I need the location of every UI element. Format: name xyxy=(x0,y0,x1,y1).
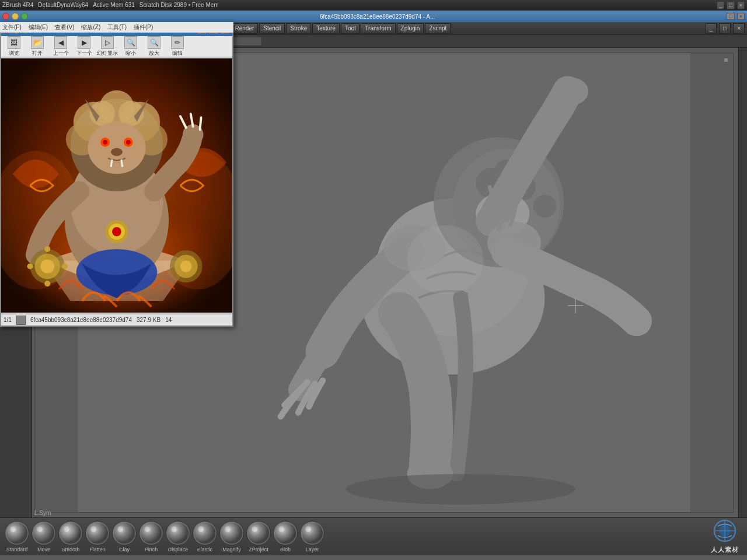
brush-move[interactable]: Move xyxy=(32,521,56,552)
brush-label-flatten: Flatten xyxy=(89,547,106,552)
browse-label: 浏览 xyxy=(9,50,19,57)
zoom-out-icon: 🔍 xyxy=(124,36,137,49)
file-number: 14 xyxy=(165,317,172,323)
brand-name: 人人素材 xyxy=(711,545,739,554)
maximize-btn[interactable]: □ xyxy=(727,1,734,9)
svg-point-73 xyxy=(275,523,296,544)
svg-point-56 xyxy=(37,527,43,533)
plugins-menu[interactable]: 插件(P) xyxy=(134,23,153,32)
view-menu[interactable]: 查看(V) xyxy=(55,23,74,32)
brush-container: Standard Move Smooth xyxy=(5,521,324,552)
svg-point-53 xyxy=(6,523,27,544)
prev-btn[interactable]: ◀ 上一个 xyxy=(50,36,71,57)
app-title: 6fca45bb093c8a21e8ee88e0237d9d74 - A... xyxy=(30,13,724,20)
stroke-menu[interactable]: Stroke xyxy=(286,23,311,34)
svg-point-45 xyxy=(40,260,54,274)
svg-point-36 xyxy=(126,140,131,145)
minimize-btn-app[interactable] xyxy=(12,13,19,20)
svg-point-61 xyxy=(114,523,135,544)
brush-standard[interactable]: Standard xyxy=(5,521,29,552)
slideshow-btn[interactable]: ▷ 幻灯显示 xyxy=(97,36,118,57)
prev-icon: ◀ xyxy=(54,36,67,49)
svg-point-72 xyxy=(252,527,258,533)
restore-btn[interactable]: □ xyxy=(727,13,734,20)
svg-point-60 xyxy=(91,527,97,533)
svg-point-59 xyxy=(87,523,108,544)
close-btn-app[interactable] xyxy=(2,13,9,20)
appclose-btn[interactable]: × xyxy=(737,13,745,20)
svg-point-46 xyxy=(44,246,50,252)
lsym-label: L.Sym xyxy=(34,510,51,516)
brush-icon-clay xyxy=(112,521,137,545)
svg-point-35 xyxy=(103,140,107,145)
svg-point-57 xyxy=(60,523,81,544)
menu-close[interactable]: × xyxy=(733,23,745,34)
brush-icon-move xyxy=(32,521,56,545)
edit-image-btn[interactable]: ✏ 编辑 xyxy=(167,36,188,57)
open-btn[interactable]: 📂 打开 xyxy=(27,36,48,57)
image-viewer-window: 6fca45bb093c8a21e8ee88e0237d9d74 - A... … xyxy=(0,22,233,327)
maximize-btn-app[interactable] xyxy=(21,13,28,20)
brush-clay[interactable]: Clay xyxy=(112,521,137,552)
brush-pinch[interactable]: Pinch xyxy=(139,521,163,552)
svg-point-55 xyxy=(33,523,54,544)
brush-bar: Standard Move Smooth xyxy=(0,517,747,555)
brush-smooth[interactable]: Smooth xyxy=(58,521,83,552)
dyna-label: DefaultDynaWay64 xyxy=(38,2,88,8)
brush-icon-displace xyxy=(166,521,190,545)
zplugin-menu[interactable]: Zplugin xyxy=(397,23,424,34)
file-menu[interactable]: 文件(F) xyxy=(2,23,22,32)
zoom-menu[interactable]: 缩放(Z) xyxy=(81,23,100,32)
brush-layer[interactable]: Layer xyxy=(300,521,324,552)
illustration-svg xyxy=(1,57,232,314)
stencil-menu[interactable]: Stencil xyxy=(259,23,285,34)
mem-label: Active Mem 631 xyxy=(93,2,135,8)
brush-icon-blob xyxy=(273,521,298,545)
next-icon: ▶ xyxy=(78,36,90,49)
prev-label: 上一个 xyxy=(53,50,69,57)
menu-minimize[interactable]: _ xyxy=(706,23,717,34)
svg-point-63 xyxy=(141,523,162,544)
brush-blob[interactable]: Blob xyxy=(273,521,298,552)
zoom-out-label: 缩小 xyxy=(125,50,136,57)
brush-label-standard: Standard xyxy=(6,547,28,552)
brush-icon-flatten xyxy=(85,521,110,545)
next-label: 下一个 xyxy=(76,50,92,57)
brush-flatten[interactable]: Flatten xyxy=(85,521,110,552)
tool-menu[interactable]: Tool xyxy=(341,23,359,34)
svg-point-54 xyxy=(11,527,16,533)
svg-point-14 xyxy=(407,225,483,294)
brush-label-magnify: Magnify xyxy=(222,547,241,552)
brush-label-displace: Displace xyxy=(168,547,189,552)
edit-icon: ✏ xyxy=(171,36,184,49)
brush-label-move: Move xyxy=(37,547,50,552)
render-menu[interactable]: Render xyxy=(231,23,258,34)
zoom-in-btn[interactable]: 🔍 放大 xyxy=(144,36,165,57)
scroll-indicator xyxy=(724,58,728,62)
zscript-menu[interactable]: Zscript xyxy=(425,23,451,34)
svg-point-37 xyxy=(111,148,123,156)
brush-elastic[interactable]: Elastic xyxy=(193,521,217,552)
browse-btn[interactable]: 🖼 浏览 xyxy=(4,36,25,57)
svg-point-52 xyxy=(180,261,192,272)
brush-displace[interactable]: Displace xyxy=(166,521,190,552)
close-btn[interactable]: × xyxy=(737,1,745,9)
brush-icon-zproject xyxy=(246,521,271,545)
svg-point-68 xyxy=(198,527,204,533)
menu-maximize[interactable]: □ xyxy=(719,23,731,34)
zoom-out-btn[interactable]: 🔍 缩小 xyxy=(120,36,141,57)
transform-menu[interactable]: Transform xyxy=(361,23,395,34)
svg-point-66 xyxy=(172,527,177,533)
svg-point-12 xyxy=(487,222,541,264)
viewer-toolbar: 🖼 浏览 📂 打开 ◀ 上一个 ▶ 下一个 ▷ 幻灯显示 🔍 缩小 🔍 放大 ✏ xyxy=(1,36,232,57)
brush-zproject[interactable]: ZProject xyxy=(246,521,271,552)
edit-menu[interactable]: 编辑(E) xyxy=(29,23,48,32)
brush-magnify[interactable]: Magnify xyxy=(219,521,244,552)
minimize-btn[interactable]: _ xyxy=(717,1,724,9)
os-title-bar: ZBrush 4R4 DefaultDynaWay64 Active Mem 6… xyxy=(0,0,747,10)
texture-menu[interactable]: Texture xyxy=(312,23,340,34)
app-title-bar: 6fca45bb093c8a21e8ee88e0237d9d74 - A... … xyxy=(0,10,747,22)
tools-menu[interactable]: 工具(T) xyxy=(107,23,127,32)
next-btn[interactable]: ▶ 下一个 xyxy=(74,36,95,57)
svg-point-49 xyxy=(62,264,68,270)
